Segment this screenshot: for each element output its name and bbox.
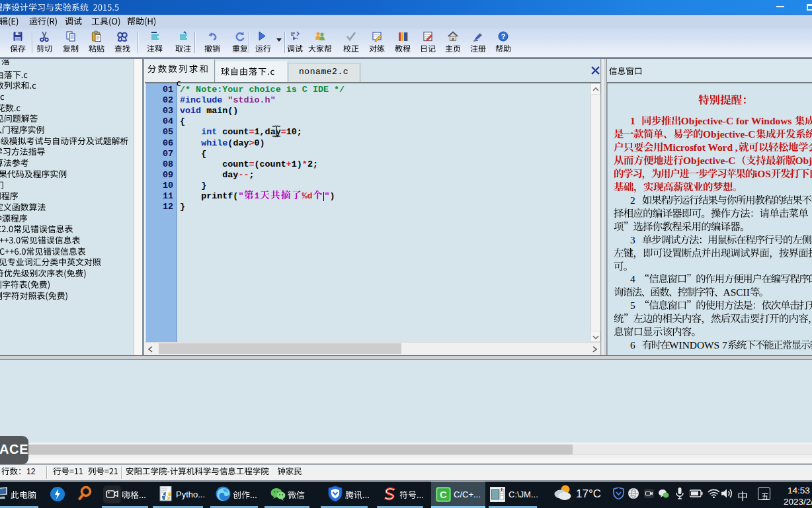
- svg-text:?: ?: [501, 32, 506, 40]
- svg-text:C: C: [440, 489, 447, 500]
